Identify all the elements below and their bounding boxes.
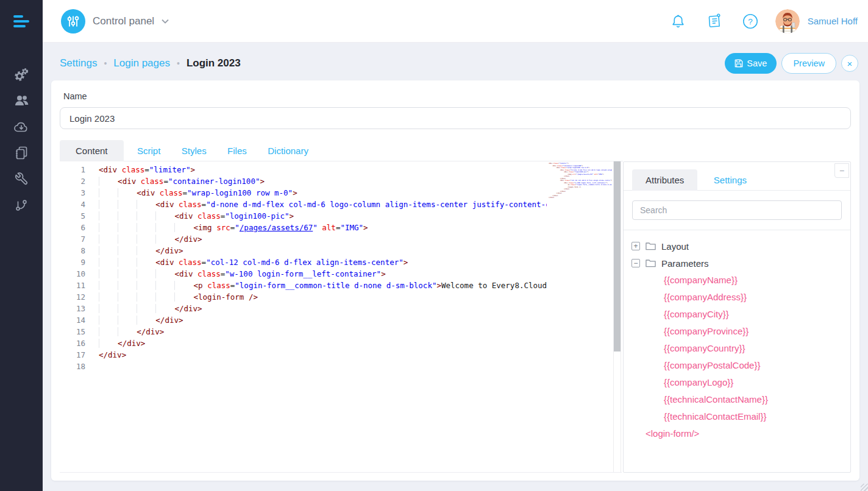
code-line[interactable]: <div class="wrap-login100 row m-0"> bbox=[99, 187, 547, 199]
line-number[interactable]: 17 bbox=[60, 349, 99, 361]
editor-card: Name Content Script Styles Files Diction… bbox=[51, 80, 859, 481]
tab-styles[interactable]: Styles bbox=[174, 140, 214, 161]
user-name[interactable]: Samuel Hoff bbox=[808, 16, 858, 26]
tab-dictionary[interactable]: Dictionary bbox=[260, 140, 316, 161]
panel-collapse-button[interactable]: − bbox=[834, 163, 849, 178]
editor-scrollbar[interactable] bbox=[613, 161, 621, 473]
code-line[interactable]: <div class="limiter"> bbox=[99, 164, 547, 175]
name-input[interactable] bbox=[60, 107, 851, 129]
code-line[interactable]: </div> bbox=[99, 349, 547, 361]
line-number[interactable]: 14 bbox=[60, 314, 99, 326]
sidebar bbox=[0, 0, 43, 491]
sidebar-item-versions[interactable] bbox=[0, 192, 43, 218]
sidebar-nav bbox=[0, 61, 43, 218]
floppy-icon bbox=[735, 59, 743, 68]
preview-button[interactable]: Preview bbox=[781, 53, 836, 74]
whats-new-icon[interactable] bbox=[706, 13, 723, 29]
tab-attributes[interactable]: Attributes bbox=[632, 169, 697, 191]
expand-toggle-icon[interactable]: + bbox=[631, 242, 640, 250]
line-number[interactable]: 12 bbox=[60, 291, 99, 303]
save-button[interactable]: Save bbox=[725, 53, 777, 74]
line-number[interactable]: 5 bbox=[60, 210, 99, 222]
folder-icon bbox=[646, 242, 656, 250]
tree-parameter[interactable]: {{companyProvince}} bbox=[631, 323, 850, 340]
code-area[interactable]: <div class="limiter"> <div class="contai… bbox=[99, 164, 547, 372]
tree-component[interactable]: <login-form/> bbox=[631, 425, 850, 442]
wrench-icon bbox=[15, 172, 29, 186]
line-number[interactable]: 16 bbox=[60, 337, 99, 349]
tree-parameter[interactable]: {{technicalContactName}} bbox=[631, 391, 850, 408]
line-number[interactable]: 18 bbox=[60, 361, 99, 372]
breadcrumb-login-pages[interactable]: Login pages bbox=[113, 57, 170, 69]
sidebar-item-downloads[interactable] bbox=[0, 113, 43, 140]
menu-hamburger-icon[interactable] bbox=[13, 15, 30, 27]
tree-parameter[interactable]: {{companyAddress}} bbox=[631, 289, 850, 306]
code-line[interactable]: </div> bbox=[99, 245, 547, 256]
tab-files[interactable]: Files bbox=[220, 140, 254, 161]
code-line[interactable]: </div> bbox=[99, 233, 547, 245]
line-number[interactable]: 2 bbox=[60, 175, 99, 187]
code-line[interactable]: <img src="/pages/assets/67" alt="IMG"> bbox=[99, 222, 547, 233]
line-number[interactable]: 10 bbox=[60, 268, 99, 280]
tree-folder-parameters[interactable]: −Parameters bbox=[631, 255, 850, 272]
line-number[interactable]: 11 bbox=[60, 280, 99, 291]
code-line[interactable]: <div class="container-login100"> bbox=[99, 175, 547, 187]
editor-minimap[interactable]: <div class="limiter"> <div class="contai… bbox=[549, 163, 612, 236]
code-line[interactable]: </div> bbox=[99, 303, 547, 314]
code-line[interactable]: </div> bbox=[99, 314, 547, 326]
search-input[interactable] bbox=[632, 200, 842, 220]
line-number[interactable]: 4 bbox=[60, 199, 99, 210]
tab-script[interactable]: Script bbox=[130, 140, 168, 161]
cloud-download-icon bbox=[13, 120, 29, 133]
close-button[interactable]: × bbox=[841, 55, 858, 72]
line-number[interactable]: 15 bbox=[60, 326, 99, 337]
scrollbar-thumb[interactable] bbox=[614, 161, 621, 351]
tab-content[interactable]: Content bbox=[60, 140, 124, 161]
code-line[interactable]: </div> bbox=[99, 326, 547, 337]
tree-folder-layout[interactable]: +Layout bbox=[631, 238, 850, 255]
top-header: Control panel ? bbox=[43, 0, 868, 43]
app-switcher[interactable]: Control panel bbox=[61, 9, 169, 34]
tree-parameter[interactable]: {{companyLogo}} bbox=[631, 374, 850, 391]
code-line[interactable]: <p class="login-form__common-title d-non… bbox=[99, 280, 547, 291]
svg-text:?: ? bbox=[748, 17, 753, 26]
code-line[interactable]: </div> bbox=[99, 337, 547, 349]
tree-parameter[interactable]: {{companyPostalCode}} bbox=[631, 357, 850, 374]
code-line[interactable] bbox=[99, 361, 547, 372]
page-head: Settings • Login pages • Login 2023 Save… bbox=[60, 52, 858, 74]
line-number[interactable]: 3 bbox=[60, 187, 99, 199]
code-editor[interactable]: 123456789101112131415161718 <div class="… bbox=[60, 161, 622, 473]
collapse-toggle-icon[interactable]: − bbox=[631, 259, 640, 267]
notebooks-icon bbox=[14, 146, 29, 160]
resize-grip-icon[interactable] bbox=[861, 484, 868, 491]
sidebar-item-pages[interactable] bbox=[0, 140, 43, 166]
code-line[interactable]: <div class="col-12 col-md-6 d-flex align… bbox=[99, 256, 547, 268]
page-actions: Save Preview × bbox=[725, 53, 858, 74]
tree-parameter[interactable]: {{technicalContactEmail}} bbox=[631, 408, 850, 425]
code-line[interactable]: <div class="w-100 login-form__left-conta… bbox=[99, 268, 547, 280]
sidebar-item-users[interactable] bbox=[0, 87, 43, 113]
line-number[interactable]: 7 bbox=[60, 233, 99, 245]
line-number[interactable]: 13 bbox=[60, 303, 99, 314]
tab-settings[interactable]: Settings bbox=[700, 169, 760, 191]
breadcrumb-separator: • bbox=[104, 58, 107, 68]
breadcrumb: Settings • Login pages • Login 2023 bbox=[60, 57, 241, 69]
breadcrumb-settings[interactable]: Settings bbox=[60, 57, 97, 69]
control-panel-logo-icon bbox=[61, 9, 85, 34]
notifications-bell-icon[interactable] bbox=[671, 13, 686, 29]
line-number[interactable]: 6 bbox=[60, 222, 99, 233]
line-number[interactable]: 1 bbox=[60, 164, 99, 175]
tree-parameter[interactable]: {{companyCity}} bbox=[631, 306, 850, 323]
tree-parameter[interactable]: {{companyName}} bbox=[631, 272, 850, 289]
line-number-gutter[interactable]: 123456789101112131415161718 bbox=[60, 164, 99, 372]
code-line[interactable]: <login-form /> bbox=[99, 291, 547, 303]
help-icon[interactable]: ? bbox=[742, 13, 758, 29]
tree-parameter[interactable]: {{companyCountry}} bbox=[631, 340, 850, 357]
line-number[interactable]: 9 bbox=[60, 256, 99, 268]
line-number[interactable]: 8 bbox=[60, 245, 99, 256]
user-avatar[interactable] bbox=[775, 9, 800, 34]
code-line[interactable]: <div class="login100-pic"> bbox=[99, 210, 547, 222]
code-line[interactable]: <div class="d-none d-md-flex col-md-6 lo… bbox=[99, 199, 547, 210]
sidebar-item-tools[interactable] bbox=[0, 166, 43, 192]
sidebar-item-settings[interactable] bbox=[0, 61, 43, 87]
